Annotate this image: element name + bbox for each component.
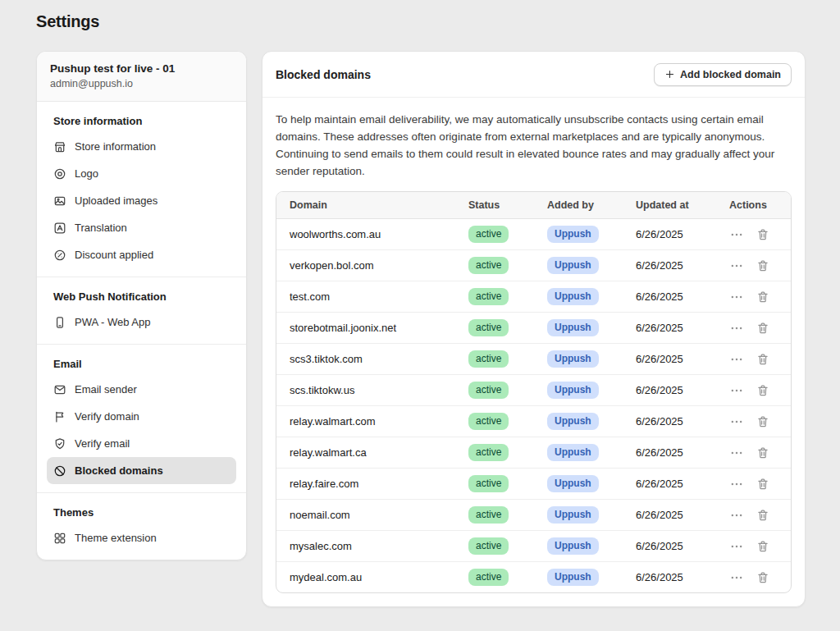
cell-updated-at: 6/26/2025 xyxy=(626,500,719,531)
column-header-added-by: Added by xyxy=(537,192,626,219)
logo-icon xyxy=(53,167,66,181)
translation-icon xyxy=(53,222,66,235)
trash-icon xyxy=(756,571,769,584)
delete-row-button[interactable] xyxy=(756,352,770,367)
cell-status: active xyxy=(459,344,537,375)
delete-row-button[interactable] xyxy=(756,258,770,273)
row-menu-button[interactable] xyxy=(729,352,744,367)
cell-actions xyxy=(719,219,791,250)
delete-row-button[interactable] xyxy=(756,383,770,398)
row-menu-button[interactable] xyxy=(729,446,744,460)
column-header-status: Status xyxy=(459,192,537,219)
row-menu-button[interactable] xyxy=(729,227,744,242)
added-by-badge: Uppush xyxy=(547,413,599,430)
sidebar-item-theme-extension[interactable]: Theme extension xyxy=(47,524,236,551)
status-badge: active xyxy=(468,226,509,243)
shield-check-icon xyxy=(53,437,66,450)
sidebar-item-label: Translation xyxy=(75,220,127,235)
ellipsis-icon xyxy=(730,509,743,522)
sidebar-section-email: Email Email sender Verify domain Verify … xyxy=(37,344,246,492)
row-menu-button[interactable] xyxy=(729,414,744,429)
delete-row-button[interactable] xyxy=(756,446,770,460)
row-menu-button[interactable] xyxy=(729,290,744,304)
delete-row-button[interactable] xyxy=(756,227,770,242)
table-header-row: DomainStatusAdded byUpdated atActions xyxy=(276,192,791,219)
delete-row-button[interactable] xyxy=(756,508,770,523)
cell-domain: relay.faire.com xyxy=(276,469,459,500)
status-badge: active xyxy=(468,506,509,524)
settings-layout: Pushup test for live - 01 admin@uppush.i… xyxy=(36,51,806,607)
sidebar-item-blocked-domains[interactable]: Blocked domains xyxy=(47,457,236,484)
added-by-badge: Uppush xyxy=(547,569,599,586)
sidebar-item-logo[interactable]: Logo xyxy=(47,160,236,187)
delete-row-button[interactable] xyxy=(756,321,770,336)
trash-icon xyxy=(756,353,769,366)
trash-icon xyxy=(756,290,769,304)
cell-domain: noemail.com xyxy=(276,500,459,531)
cell-updated-at: 6/26/2025 xyxy=(626,281,719,313)
sidebar-section-title: Email xyxy=(47,351,236,376)
delete-row-button[interactable] xyxy=(756,570,770,585)
cell-added-by: Uppush xyxy=(537,375,626,406)
sidebar-section-title: Store information xyxy=(47,108,236,133)
sidebar-item-verify-domain[interactable]: Verify domain xyxy=(47,403,236,430)
cell-domain: mydeal.com.au xyxy=(276,562,459,593)
cell-updated-at: 6/26/2025 xyxy=(626,437,719,469)
row-menu-button[interactable] xyxy=(729,258,744,273)
row-menu-button[interactable] xyxy=(729,321,744,336)
sidebar-item-label: Blocked domains xyxy=(75,463,163,478)
sidebar-item-label: PWA - Web App xyxy=(75,314,151,330)
ellipsis-icon xyxy=(730,228,743,241)
sidebar-item-translation[interactable]: Translation xyxy=(47,214,236,241)
cell-updated-at: 6/26/2025 xyxy=(626,469,719,500)
delete-row-button[interactable] xyxy=(756,290,770,304)
grid-icon xyxy=(53,532,66,545)
added-by-badge: Uppush xyxy=(547,382,599,399)
sidebar-item-label: Logo xyxy=(75,166,98,181)
settings-page: Settings Pushup test for live - 01 admin… xyxy=(0,0,840,624)
sidebar-item-discount-applied[interactable]: Discount applied xyxy=(47,241,236,268)
account-email: admin@uppush.io xyxy=(50,78,233,89)
cell-added-by: Uppush xyxy=(537,562,626,593)
status-badge: active xyxy=(468,569,509,586)
ellipsis-icon xyxy=(730,322,743,335)
cell-status: active xyxy=(459,469,537,500)
status-badge: active xyxy=(468,444,509,461)
status-badge: active xyxy=(468,319,509,336)
status-badge: active xyxy=(468,537,509,555)
sidebar-item-uploaded-images[interactable]: Uploaded images xyxy=(47,187,236,214)
sidebar-item-label: Verify domain xyxy=(75,409,139,424)
cell-added-by: Uppush xyxy=(537,500,626,531)
cell-added-by: Uppush xyxy=(537,344,626,375)
cell-updated-at: 6/26/2025 xyxy=(626,344,719,375)
trash-icon xyxy=(756,478,769,491)
delete-row-button[interactable] xyxy=(756,539,770,554)
trash-icon xyxy=(756,509,769,522)
row-menu-button[interactable] xyxy=(729,383,744,398)
panel-header: Blocked domains Add blocked domain xyxy=(262,52,805,98)
cell-updated-at: 6/26/2025 xyxy=(626,562,719,593)
plus-icon xyxy=(664,69,675,80)
sidebar-section-title: Web Push Notification xyxy=(47,284,236,309)
ellipsis-icon xyxy=(730,446,743,460)
cell-actions xyxy=(719,562,791,593)
cell-added-by: Uppush xyxy=(537,469,626,500)
row-menu-button[interactable] xyxy=(729,508,744,523)
cell-status: active xyxy=(459,406,537,437)
sidebar-item-store-information[interactable]: Store information xyxy=(47,133,236,160)
sidebar-item-email-sender[interactable]: Email sender xyxy=(47,376,236,403)
delete-row-button[interactable] xyxy=(756,477,770,492)
add-blocked-domain-button[interactable]: Add blocked domain xyxy=(654,63,792,86)
column-header-actions: Actions xyxy=(719,192,791,219)
row-menu-button[interactable] xyxy=(729,539,744,554)
sidebar-item-verify-email[interactable]: Verify email xyxy=(47,430,236,457)
account-header: Pushup test for live - 01 admin@uppush.i… xyxy=(37,52,246,102)
cell-status: active xyxy=(459,531,537,562)
deliverability-description: To help maintain email deliverability, w… xyxy=(276,111,792,180)
row-menu-button[interactable] xyxy=(729,570,744,585)
sidebar-item-pwa-web-app[interactable]: PWA - Web App xyxy=(47,309,236,336)
delete-row-button[interactable] xyxy=(756,414,770,429)
sidebar-sections: Store information Store information Logo… xyxy=(37,102,246,560)
row-menu-button[interactable] xyxy=(729,477,744,492)
cell-actions xyxy=(719,344,791,375)
